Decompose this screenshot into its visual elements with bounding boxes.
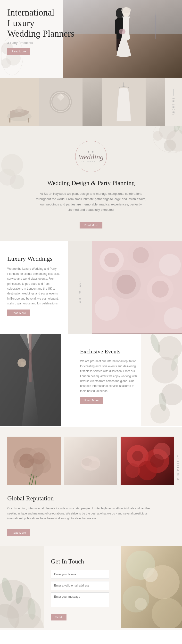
contact-message-input[interactable] bbox=[51, 592, 109, 607]
contact-name-input[interactable] bbox=[51, 570, 109, 579]
exclusive-events-section: WHAT WE DO Exclusive Events We are proud… bbox=[0, 334, 182, 427]
about-us-line bbox=[174, 89, 174, 96]
svg-point-88 bbox=[132, 451, 143, 461]
exclusive-heading: Exclusive Events bbox=[80, 348, 138, 355]
svg-point-36 bbox=[175, 126, 182, 136]
svg-point-66 bbox=[158, 392, 168, 412]
svg-rect-55 bbox=[29, 334, 32, 382]
contact-submit-button[interactable]: Send bbox=[51, 614, 66, 620]
exclusive-photo: WHAT WE DO bbox=[0, 334, 61, 427]
svg-rect-19 bbox=[9, 118, 10, 122]
hero-cta-button[interactable]: Read More bbox=[7, 48, 30, 55]
wedding-design-desc: At Sarah Haywood we plan, design and man… bbox=[35, 191, 147, 212]
wedding-design-cta[interactable]: Read More bbox=[80, 222, 103, 228]
svg-rect-59 bbox=[141, 334, 182, 426]
svg-point-31 bbox=[153, 126, 182, 153]
hero-photo-svg bbox=[63, 0, 182, 78]
our-gallery-label: OUR GALLERY bbox=[177, 454, 180, 480]
about-us-label: ABOUT US bbox=[172, 97, 175, 115]
svg-point-81 bbox=[89, 460, 100, 468]
svg-point-44 bbox=[159, 254, 181, 276]
wedding-logo: THE Wedding CELEBRATION bbox=[75, 141, 107, 172]
svg-point-58 bbox=[21, 362, 26, 366]
gallery-item-bouquet bbox=[7, 436, 62, 485]
svg-point-37 bbox=[172, 126, 182, 133]
hero-section: International Luxury Wedding Planners & … bbox=[0, 0, 182, 78]
hero-title: International Luxury Wedding Planners bbox=[7, 7, 80, 39]
wedding-design-section: THE Wedding CELEBRATION Wedding Design &… bbox=[0, 126, 182, 240]
svg-point-89 bbox=[150, 454, 164, 468]
gallery-item-couple bbox=[64, 436, 118, 485]
svg-point-64 bbox=[148, 334, 162, 354]
exclusive-content: Exclusive Events We are proud of our int… bbox=[75, 334, 182, 427]
about-us-sidebar: ABOUT US bbox=[165, 78, 182, 126]
svg-point-63 bbox=[150, 404, 170, 424]
contact-section: Get In Touch Send bbox=[0, 546, 182, 630]
hero-image bbox=[63, 0, 182, 78]
svg-rect-20 bbox=[28, 118, 29, 122]
luxury-cta[interactable]: Read More bbox=[7, 310, 30, 316]
exclusive-desc: We are proud of our international reputa… bbox=[80, 359, 138, 394]
svg-rect-6 bbox=[115, 20, 118, 34]
hero-subtitle: & Party Producers bbox=[7, 41, 80, 45]
svg-rect-24 bbox=[39, 78, 82, 126]
wedding-logo-sub: CELEBRATION bbox=[81, 160, 101, 162]
svg-point-103 bbox=[143, 568, 158, 582]
global-rep-heading: Global Reputation bbox=[7, 495, 175, 502]
svg-point-23 bbox=[20, 109, 24, 113]
luxury-desc: We are the Luxury Wedding and Party Plan… bbox=[7, 266, 61, 306]
who-we-are-line bbox=[80, 272, 80, 278]
svg-rect-2 bbox=[155, 14, 156, 39]
photo-grid-ring bbox=[39, 78, 102, 126]
contact-form-container: Get In Touch Send bbox=[44, 546, 121, 630]
svg-point-12 bbox=[119, 28, 126, 34]
svg-point-101 bbox=[122, 586, 149, 612]
photo-grid-dress bbox=[102, 78, 165, 126]
svg-point-104 bbox=[135, 598, 147, 610]
svg-point-50 bbox=[104, 253, 119, 267]
global-rep-cta[interactable]: Read More bbox=[7, 529, 30, 536]
svg-point-48 bbox=[126, 299, 155, 328]
photo-grid-shoes bbox=[0, 78, 39, 126]
svg-point-47 bbox=[95, 296, 119, 321]
luxury-roses-photo bbox=[92, 240, 182, 334]
contact-bg-image bbox=[121, 546, 182, 630]
gallery-item-flowers bbox=[120, 436, 175, 485]
floral-decoration-l bbox=[0, 146, 36, 194]
gallery-grid bbox=[7, 436, 175, 485]
svg-point-62 bbox=[161, 384, 182, 405]
wedding-logo-script: Wedding bbox=[78, 153, 104, 160]
svg-point-61 bbox=[152, 357, 178, 384]
svg-point-52 bbox=[116, 274, 136, 294]
our-gallery-sidebar: OUR GALLERY bbox=[177, 446, 180, 480]
svg-point-53 bbox=[152, 281, 169, 298]
svg-point-74 bbox=[33, 452, 45, 464]
svg-point-60 bbox=[158, 336, 182, 360]
hero-text-block: International Luxury Wedding Planners & … bbox=[7, 7, 80, 55]
exclusive-gap bbox=[61, 334, 75, 427]
svg-point-38 bbox=[1, 154, 23, 176]
contact-floral-left bbox=[0, 546, 44, 630]
exclusive-floral-right bbox=[141, 334, 182, 427]
who-we-are-label: WHO WE ARE bbox=[79, 280, 82, 303]
gallery-section: OUR GALLERY Global Reputation Our discer… bbox=[0, 427, 182, 546]
contact-email-input[interactable] bbox=[51, 581, 109, 590]
svg-point-34 bbox=[164, 140, 176, 152]
luxury-heading: Luxury Weddings bbox=[7, 255, 61, 262]
svg-point-22 bbox=[14, 109, 18, 113]
svg-point-33 bbox=[166, 130, 182, 152]
svg-point-73 bbox=[20, 454, 34, 468]
contact-heading: Get In Touch bbox=[51, 558, 114, 565]
luxury-weddings-section: Luxury Weddings We are the Luxury Weddin… bbox=[0, 240, 182, 334]
svg-point-51 bbox=[133, 247, 149, 263]
svg-point-11 bbox=[121, 7, 131, 13]
svg-point-86 bbox=[126, 463, 140, 478]
who-we-are-sidebar: WHO WE ARE bbox=[68, 240, 92, 334]
svg-point-32 bbox=[159, 126, 176, 140]
gallery-line bbox=[178, 446, 178, 453]
floral-decoration-tr bbox=[134, 126, 182, 170]
svg-point-16 bbox=[1, 58, 11, 68]
global-rep-desc: Our discerning, international clientele … bbox=[7, 506, 153, 521]
exclusive-cta[interactable]: Read More bbox=[80, 397, 103, 404]
photo-grid-section: ABOUT US bbox=[0, 78, 182, 126]
